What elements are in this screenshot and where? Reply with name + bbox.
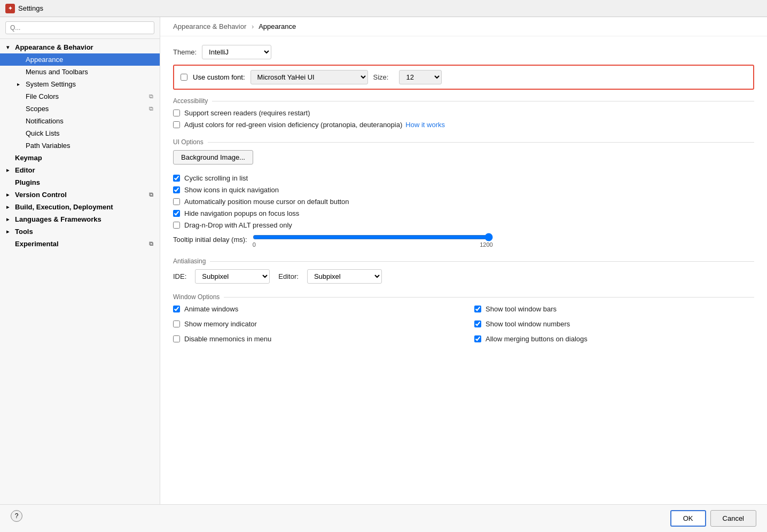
help-button[interactable]: ? — [11, 510, 22, 522]
accessibility-title: Accessibility — [173, 97, 754, 105]
tooltip-delay-label: Tooltip initial delay (ms): — [173, 236, 247, 244]
screen-readers-checkbox[interactable] — [173, 109, 180, 116]
adjust-colors-label[interactable]: Adjust colors for red-green vision defic… — [184, 121, 402, 129]
show-tool-window-bars-row: Show tool window bars — [474, 305, 754, 313]
window-options-title: Window Options — [173, 293, 754, 301]
sidebar-item-scopes[interactable]: Scopes⧉ — [0, 103, 160, 115]
theme-label: Theme: — [173, 48, 197, 56]
sidebar-item-editor[interactable]: ▸Editor — [0, 164, 160, 176]
how-it-works-link[interactable]: How it works — [405, 121, 445, 129]
cyclic-scrolling-checkbox[interactable] — [173, 175, 180, 182]
sidebar-item-tools[interactable]: ▸Tools — [0, 225, 160, 238]
tooltip-slider-wrap: 0 1200 — [253, 233, 754, 248]
sidebar-item-label: Appearance — [26, 56, 63, 64]
breadcrumb-separator: › — [252, 22, 254, 30]
theme-select[interactable]: IntelliJDarculaHigh Contrast — [202, 45, 271, 59]
antialiasing-title: Antialiasing — [173, 257, 754, 265]
adjust-colors-checkbox[interactable] — [173, 121, 180, 128]
disable-mnemonics-checkbox[interactable] — [173, 335, 180, 342]
show-memory-checkbox[interactable] — [173, 320, 180, 327]
background-image-button[interactable]: Background Image... — [173, 150, 253, 165]
tooltip-delay-block: Tooltip initial delay (ms): 0 1200 — [173, 233, 754, 248]
sidebar-item-experimental[interactable]: Experimental⧉ — [0, 238, 160, 250]
show-tool-window-numbers-row: Show tool window numbers — [474, 320, 754, 328]
animate-windows-checkbox[interactable] — [173, 306, 180, 312]
sidebar-item-appearance-behavior[interactable]: ▾Appearance & Behavior — [0, 41, 160, 53]
sidebar-item-label: Notifications — [26, 117, 64, 125]
sidebar-item-label: Scopes — [26, 105, 49, 113]
sidebar-tree: ▾Appearance & BehaviorAppearanceMenus an… — [0, 39, 160, 504]
animate-windows-label[interactable]: Animate windows — [184, 305, 238, 313]
accessibility-section: Accessibility Support screen readers (re… — [173, 97, 754, 129]
show-icons-label[interactable]: Show icons in quick navigation — [184, 186, 279, 194]
sidebar-item-label: Editor — [15, 166, 35, 174]
slider-max: 1200 — [480, 241, 492, 248]
sidebar-item-keymap[interactable]: Keymap — [0, 152, 160, 164]
allow-merging-buttons-checkbox[interactable] — [474, 335, 481, 342]
ok-button[interactable]: OK — [670, 510, 706, 527]
sidebar: ▾Appearance & BehaviorAppearanceMenus an… — [0, 17, 160, 504]
search-input[interactable] — [5, 21, 154, 34]
breadcrumb: Appearance & Behavior › Appearance — [160, 17, 767, 36]
sidebar-item-version-control[interactable]: ▸Version Control⧉ — [0, 189, 160, 201]
sidebar-item-system-settings[interactable]: ▸System Settings — [0, 78, 160, 90]
window-options-grid: Animate windows Show tool window bars Sh… — [173, 305, 754, 347]
sidebar-item-path-variables[interactable]: Path Variables — [0, 139, 160, 152]
custom-font-checkbox[interactable] — [181, 74, 187, 81]
sidebar-item-label: Languages & Frameworks — [15, 215, 101, 223]
ide-antialias-select[interactable]: SubpixelGrayscaleNone — [195, 269, 270, 284]
show-tool-window-bars-checkbox[interactable] — [474, 306, 481, 312]
allow-merging-buttons-label[interactable]: Allow merging buttons on dialogs — [486, 335, 588, 343]
sidebar-item-menus-toolbars[interactable]: Menus and Toolbars — [0, 66, 160, 78]
show-icons-checkbox[interactable] — [173, 186, 180, 193]
sidebar-item-label: Build, Execution, Deployment — [15, 203, 113, 211]
animate-windows-row: Animate windows — [173, 305, 453, 313]
sidebar-item-quick-lists[interactable]: Quick Lists — [0, 127, 160, 139]
hide-nav-popups-label[interactable]: Hide navigation popups on focus loss — [184, 209, 299, 217]
sidebar-item-plugins[interactable]: Plugins — [0, 176, 160, 189]
show-tool-window-numbers-label[interactable]: Show tool window numbers — [486, 320, 570, 328]
auto-position-label[interactable]: Automatically position mouse cursor on d… — [184, 198, 349, 206]
drag-drop-checkbox[interactable] — [173, 222, 180, 229]
main-content: Appearance & Behavior › Appearance Theme… — [160, 17, 767, 504]
search-container — [0, 17, 160, 39]
sidebar-item-label: Keymap — [15, 154, 42, 162]
sidebar-item-label: System Settings — [26, 80, 76, 88]
copy-icon: ⧉ — [149, 105, 153, 112]
sidebar-item-file-colors[interactable]: File Colors⧉ — [0, 90, 160, 103]
custom-font-box: Use custom font: Microsoft YaHei UI Size… — [173, 65, 754, 90]
cancel-button[interactable]: Cancel — [710, 510, 756, 527]
ui-options-title: UI Options — [173, 138, 754, 146]
cyclic-scrolling-label[interactable]: Cyclic scrolling in list — [184, 174, 248, 182]
sidebar-item-appearance[interactable]: Appearance — [0, 53, 160, 66]
show-tool-window-numbers-checkbox[interactable] — [474, 320, 481, 327]
auto-position-row: Automatically position mouse cursor on d… — [173, 198, 754, 206]
copy-icon: ⧉ — [149, 240, 153, 247]
drag-drop-row: Drag-n-Drop with ALT pressed only — [173, 221, 754, 229]
title-bar: ✦ Settings — [0, 0, 767, 17]
copy-icon: ⧉ — [149, 93, 153, 100]
show-icons-row: Show icons in quick navigation — [173, 186, 754, 194]
custom-font-label[interactable]: Use custom font: — [193, 73, 245, 81]
drag-drop-label[interactable]: Drag-n-Drop with ALT pressed only — [184, 221, 292, 229]
sidebar-item-languages-frameworks[interactable]: ▸Languages & Frameworks — [0, 213, 160, 225]
show-memory-label[interactable]: Show memory indicator — [184, 320, 257, 328]
sidebar-item-label: Menus and Toolbars — [26, 68, 88, 76]
hide-nav-popups-checkbox[interactable] — [173, 210, 180, 217]
tooltip-slider[interactable] — [253, 233, 493, 241]
editor-antialias-select[interactable]: SubpixelGrayscaleNone — [307, 269, 382, 284]
window-options-section: Window Options Animate windows Show tool… — [173, 293, 754, 347]
breadcrumb-parent: Appearance & Behavior — [173, 22, 246, 30]
screen-readers-label[interactable]: Support screen readers (requires restart… — [184, 109, 310, 117]
disable-mnemonics-label[interactable]: Disable mnemonics in menu — [184, 335, 271, 343]
sidebar-item-label: Plugins — [15, 178, 40, 186]
sidebar-item-notifications[interactable]: Notifications — [0, 115, 160, 127]
show-tool-window-bars-label[interactable]: Show tool window bars — [486, 305, 557, 313]
size-select[interactable]: 1011121314161820 — [399, 70, 442, 84]
font-select[interactable]: Microsoft YaHei UI — [251, 70, 368, 84]
show-memory-row: Show memory indicator — [173, 320, 453, 328]
app-icon: ✦ — [5, 4, 15, 13]
auto-position-checkbox[interactable] — [173, 198, 180, 205]
adjust-colors-row: Adjust colors for red-green vision defic… — [173, 121, 754, 129]
sidebar-item-build-exec-deploy[interactable]: ▸Build, Execution, Deployment — [0, 201, 160, 213]
